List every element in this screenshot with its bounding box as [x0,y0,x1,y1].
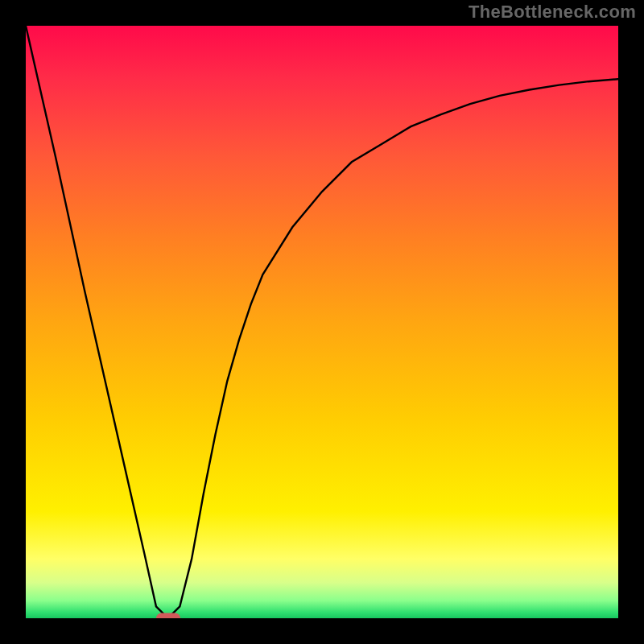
optimum-marker [156,613,180,619]
chart-frame: TheBottleneck.com [0,0,644,644]
curve-svg [26,26,618,618]
plot-area [26,26,618,618]
watermark-label: TheBottleneck.com [469,2,636,23]
bottleneck-curve [26,26,618,618]
